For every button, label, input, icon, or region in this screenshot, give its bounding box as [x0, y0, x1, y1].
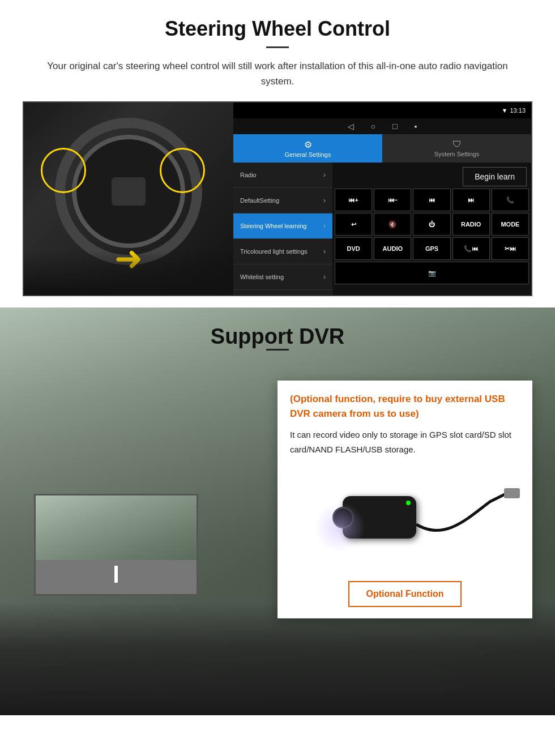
system-icon: 🛡	[452, 139, 462, 150]
camera-icon: 📷	[428, 270, 436, 277]
menu-arrow-steering: ›	[323, 222, 326, 230]
prev-track-icon: ⏮	[429, 197, 435, 203]
ctrl-btn-camera[interactable]: 📷	[335, 262, 529, 284]
begin-learn-row: Begin learn	[335, 165, 529, 186]
ctrl-row-1: ⏮+ ⏮− ⏮ ⏭ 📞	[335, 189, 529, 211]
dvr-content: (Optional function, require to buy exter…	[0, 381, 555, 618]
thumb-road-line	[114, 566, 118, 583]
steering-description: Your original car's steering wheel contr…	[34, 58, 521, 89]
menu-radio-label: Radio	[240, 171, 257, 179]
nav-home-icon[interactable]: ○	[371, 122, 375, 131]
menu-tricoloured-label: Tricoloured light settings	[240, 247, 308, 255]
dvr-camera-image	[290, 468, 520, 570]
mode-label: MODE	[501, 221, 519, 228]
menu-item-defaultsetting[interactable]: DefaultSetting ›	[233, 188, 332, 213]
phone-prev-icon: 📞⏮	[464, 245, 478, 253]
dvr-description: It can record video only to storage in G…	[290, 428, 520, 456]
time-display: 13:13	[510, 107, 526, 114]
gear-icon: ⚙	[304, 139, 312, 150]
android-statusbar: ▼ 13:13	[233, 102, 531, 118]
sw-hub	[112, 177, 146, 206]
back-icon: ↩	[351, 221, 356, 228]
nav-menu-icon[interactable]: ▪	[414, 122, 417, 131]
controls-area: Begin learn ⏮+ ⏮− ⏮ ⏭ 📞 ↩ 🔇	[332, 163, 531, 295]
vol-plus-icon: ⏮+	[348, 197, 358, 203]
car-photo: ➜	[24, 102, 233, 295]
menu-and-controls: Radio › DefaultSetting › Steering Wheel …	[233, 163, 531, 295]
menu-arrow-whitelist: ›	[323, 273, 326, 281]
ctrl-btn-mode[interactable]: MODE	[492, 213, 529, 236]
control-buttons-grid: ⏮+ ⏮− ⏮ ⏭ 📞 ↩ 🔇 ⏻ RADIO MODE	[335, 189, 529, 284]
steering-title: Steering Wheel Control	[23, 17, 532, 41]
ctrl-btn-audio[interactable]: AUDIO	[374, 237, 411, 260]
tab-system-settings[interactable]: 🛡 System Settings	[382, 134, 531, 163]
menu-whitelist-label: Whitelist setting	[240, 273, 284, 281]
statusbar-icons: ▼ 13:13	[502, 107, 526, 114]
menu-steering-label: Steering Wheel learning	[240, 222, 306, 230]
begin-learn-button[interactable]: Begin learn	[463, 167, 527, 186]
power-icon: ⏻	[429, 221, 435, 228]
gauge-area	[24, 250, 233, 295]
section-steering: Steering Wheel Control Your original car…	[0, 0, 555, 307]
ctrl-row-3: DVD AUDIO GPS 📞⏮ ✂⏭	[335, 237, 529, 260]
dvr-info-card: (Optional function, require to buy exter…	[278, 381, 532, 618]
next-track-icon: ⏭	[468, 197, 474, 203]
ctrl-row-2: ↩ 🔇 ⏻ RADIO MODE	[335, 213, 529, 236]
mute-icon: 🔇	[388, 221, 396, 228]
menu-arrow-radio: ›	[323, 171, 326, 179]
cut-next-icon: ✂⏭	[505, 245, 516, 253]
android-ui-container: ➜ ▼ 13:13 ◁ ○ □ ▪ ⚙ Ge	[23, 101, 532, 296]
usb-plug	[504, 488, 520, 498]
settings-tabs: ⚙ General Settings 🛡 System Settings	[233, 134, 531, 163]
phone-icon: 📞	[506, 197, 514, 204]
android-navbar: ◁ ○ □ ▪	[233, 118, 531, 134]
tab-general-label: General Settings	[285, 151, 331, 158]
ctrl-btn-next-track[interactable]: ⏭	[452, 189, 490, 211]
menu-item-radio[interactable]: Radio ›	[233, 163, 332, 188]
ctrl-btn-back[interactable]: ↩	[335, 213, 372, 236]
tab-system-label: System Settings	[434, 151, 479, 157]
ctrl-btn-prev-track[interactable]: ⏮	[413, 189, 450, 211]
dvr-header: Support DVR	[0, 307, 555, 369]
section-dvr: Support DVR (Optional function, require …	[0, 307, 555, 715]
highlight-right	[160, 148, 205, 193]
ctrl-btn-power[interactable]: ⏻	[413, 213, 450, 236]
ctrl-btn-dvd[interactable]: DVD	[335, 237, 372, 260]
highlight-left	[41, 148, 86, 193]
menu-item-tricoloured[interactable]: Tricoloured light settings ›	[233, 239, 332, 264]
dvr-optional-text: (Optional function, require to buy exter…	[290, 392, 520, 421]
nav-back-icon[interactable]: ◁	[348, 122, 354, 131]
menu-default-label: DefaultSetting	[240, 197, 279, 204]
ctrl-btn-phone[interactable]: 📞	[492, 189, 529, 211]
car-interior-bg	[0, 602, 555, 715]
gps-label: GPS	[425, 245, 438, 252]
optional-function-button[interactable]: Optional Function	[348, 581, 462, 607]
dvd-label: DVD	[347, 245, 360, 252]
ctrl-row-4: 📷	[335, 262, 529, 284]
light-beam	[314, 502, 365, 553]
signal-icon: ▼	[502, 107, 508, 114]
dvr-title-divider	[266, 349, 289, 351]
menu-arrow-default: ›	[323, 197, 326, 204]
ctrl-btn-phone-prev[interactable]: 📞⏮	[452, 237, 490, 260]
menu-item-whitelist[interactable]: Whitelist setting ›	[233, 264, 332, 290]
nav-recents-icon[interactable]: □	[392, 122, 397, 131]
dvr-thumbnail	[34, 494, 198, 596]
ctrl-btn-gps[interactable]: GPS	[413, 237, 450, 260]
dvr-title: Support DVR	[0, 324, 555, 349]
audio-label: AUDIO	[383, 245, 403, 252]
menu-item-steeringwheel[interactable]: Steering Wheel learning ›	[233, 213, 332, 239]
radio-label: RADIO	[461, 221, 481, 228]
ctrl-btn-vol-plus[interactable]: ⏮+	[335, 189, 372, 211]
menu-list: Radio › DefaultSetting › Steering Wheel …	[233, 163, 332, 295]
tab-general-settings[interactable]: ⚙ General Settings	[233, 134, 382, 163]
android-ui: ▼ 13:13 ◁ ○ □ ▪ ⚙ General Settings 🛡 Sy	[233, 102, 531, 295]
ctrl-btn-vol-minus[interactable]: ⏮−	[374, 189, 411, 211]
dvr-left	[23, 381, 261, 596]
ctrl-btn-mute[interactable]: 🔇	[374, 213, 411, 236]
ctrl-btn-radio[interactable]: RADIO	[452, 213, 490, 236]
vol-minus-icon: ⏮−	[388, 197, 398, 203]
ctrl-btn-cut-next[interactable]: ✂⏭	[492, 237, 529, 260]
menu-arrow-tricoloured: ›	[323, 247, 326, 255]
title-divider	[266, 46, 289, 48]
